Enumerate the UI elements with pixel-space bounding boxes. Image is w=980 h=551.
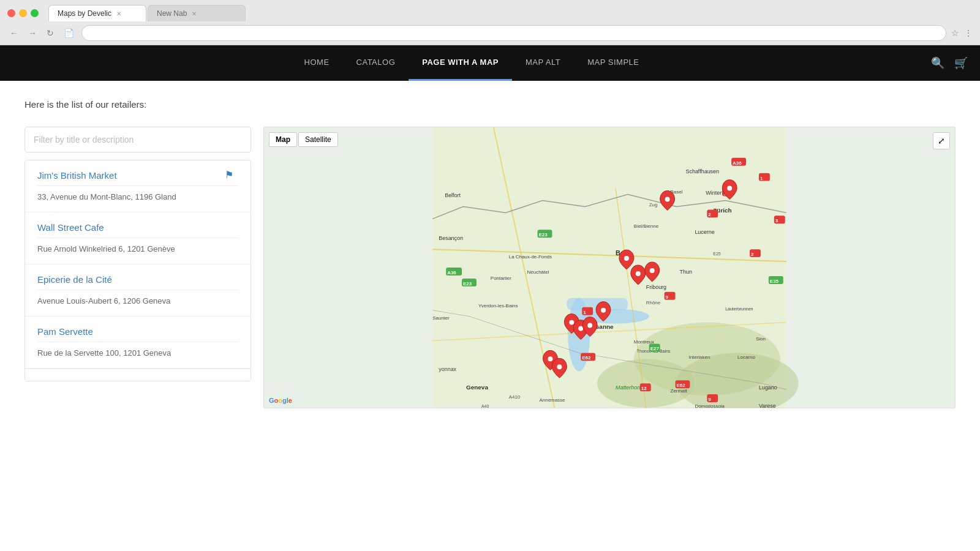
google-logo: Google — [269, 397, 292, 404]
svg-text:E62: E62 — [677, 383, 686, 388]
svg-text:2: 2 — [751, 252, 754, 257]
page-description: Here is the list of our retailers: — [24, 99, 956, 110]
sidebar: ⚑ Jim's British Market 33, Avenue du Mon… — [24, 127, 251, 408]
svg-text:9: 9 — [708, 397, 711, 402]
menu-icon[interactable]: ⋮ — [964, 28, 973, 38]
back-button[interactable]: ← — [7, 27, 21, 39]
svg-text:A410: A410 — [509, 394, 521, 400]
svg-text:Interlaken: Interlaken — [688, 354, 710, 360]
page-icon: 📄 — [61, 27, 77, 39]
nav-home[interactable]: HOME — [291, 45, 343, 81]
svg-text:A36: A36 — [733, 160, 742, 166]
retailer-address: Avenue Louis-Aubert 6, 1206 Geneva — [37, 296, 170, 305]
map-expand-button[interactable]: ⤢ — [933, 132, 950, 149]
svg-text:Matterhorn: Matterhorn — [616, 384, 642, 391]
svg-text:Lucerne: Lucerne — [695, 229, 714, 235]
retailer-name[interactable]: Epicerie de la Cité — [37, 274, 238, 285]
nav-catalog[interactable]: CATALOG — [343, 45, 409, 81]
tab-label: New Nab — [157, 9, 187, 18]
address-bar[interactable] — [81, 25, 946, 41]
svg-text:Thun: Thun — [680, 269, 692, 275]
svg-text:2: 2 — [708, 212, 711, 217]
retailer-address: Rue Arnold Winkelried 6, 1201 Genève — [37, 244, 175, 253]
svg-point-86 — [650, 268, 655, 273]
svg-text:Locarno: Locarno — [737, 354, 755, 360]
svg-text:Neuchâtel: Neuchâtel — [527, 269, 549, 275]
svg-text:1: 1 — [760, 176, 763, 181]
retailer-address: 33, Avenue du Mont-Blanc, 1196 Gland — [37, 192, 176, 201]
browser-chrome: Maps by Develic ✕ New Nab ✕ ← → ↻ 📄 ☆ ⋮ — [0, 0, 980, 45]
tab-new-nab[interactable]: New Nab ✕ — [148, 5, 246, 21]
retailer-name[interactable]: Jim's British Market — [37, 170, 238, 181]
retailer-divider — [37, 290, 238, 290]
filter-input[interactable] — [24, 127, 251, 152]
retailer-address: Rue de la Servette 100, 1201 Geneva — [37, 348, 171, 358]
svg-text:Besançon: Besançon — [439, 235, 463, 241]
map-tab-button[interactable]: Map — [269, 132, 297, 147]
maximize-button[interactable] — [31, 9, 39, 17]
svg-point-92 — [557, 364, 562, 369]
svg-text:Zermatt: Zermatt — [671, 388, 688, 394]
reload-button[interactable]: ↻ — [44, 27, 56, 39]
forward-button[interactable]: → — [26, 27, 39, 39]
svg-text:Chamonix: Chamonix — [551, 407, 571, 408]
svg-text:Lauterbrunnen: Lauterbrunnen — [725, 307, 753, 311]
nav-links: HOME CATALOG PAGE WITH A MAP MAP ALT MAP… — [12, 45, 931, 81]
retailer-item: Pam Servette Rue de la Servette 100, 120… — [25, 317, 251, 369]
svg-text:3: 3 — [775, 218, 778, 223]
browser-titlebar: Maps by Develic ✕ New Nab ✕ — [0, 0, 980, 21]
page-content: Here is the list of our retailers: ⚑ Jim… — [0, 81, 980, 551]
svg-text:Zug: Zug — [649, 202, 658, 208]
cart-icon[interactable]: 🛒 — [954, 56, 968, 70]
svg-point-83 — [665, 197, 670, 202]
svg-text:Biel/Bienne: Biel/Bienne — [634, 223, 659, 229]
tab-close-icon[interactable]: ✕ — [192, 10, 197, 17]
svg-point-87 — [569, 320, 574, 325]
map-container[interactable]: Map Satellite ⤢ — [263, 127, 956, 408]
svg-point-90 — [601, 308, 606, 313]
svg-text:Saunier: Saunier — [432, 315, 450, 321]
retailer-divider — [37, 238, 238, 238]
search-icon[interactable]: 🔍 — [931, 56, 944, 70]
svg-text:E27: E27 — [650, 346, 660, 351]
svg-text:Yverdon-les-Bains: Yverdon-les-Bains — [478, 303, 518, 309]
svg-text:Lugano: Lugano — [759, 384, 777, 391]
nav-icons: 🔍 🛒 — [931, 56, 968, 70]
svg-text:E62: E62 — [582, 355, 591, 361]
retailer-item: Epicerie de la Cité Avenue Louis-Aubert … — [25, 264, 251, 317]
svg-text:Geneva: Geneva — [466, 384, 488, 391]
svg-text:Sion: Sion — [756, 336, 766, 342]
nav-page-with-map[interactable]: PAGE WITH A MAP — [409, 45, 512, 81]
satellite-tab-button[interactable]: Satellite — [298, 132, 338, 147]
minimize-button[interactable] — [19, 9, 27, 17]
map-controls: Map Satellite — [269, 132, 338, 147]
retailer-list: ⚑ Jim's British Market 33, Avenue du Mon… — [24, 160, 251, 381]
svg-text:9: 9 — [666, 294, 669, 300]
svg-text:A36: A36 — [447, 270, 456, 276]
app-nav: HOME CATALOG PAGE WITH A MAP MAP ALT MAP… — [0, 45, 980, 81]
svg-text:12: 12 — [641, 386, 647, 391]
retailer-item: ⚑ Jim's British Market 33, Avenue du Mon… — [25, 160, 251, 212]
svg-text:E23: E23 — [539, 232, 548, 238]
svg-text:E25: E25 — [713, 252, 721, 256]
svg-point-91 — [548, 356, 552, 361]
bookmark-star-icon[interactable]: ☆ — [951, 28, 959, 38]
bookmark-icon[interactable]: ⚑ — [225, 169, 233, 181]
retailer-divider — [37, 342, 238, 342]
nav-map-alt[interactable]: MAP ALT — [512, 45, 574, 81]
tab-maps-by-develic[interactable]: Maps by Develic ✕ — [48, 5, 146, 21]
nav-map-simple[interactable]: MAP SIMPLE — [574, 45, 652, 81]
tab-close-icon[interactable]: ✕ — [116, 10, 121, 17]
retailer-name[interactable]: Wall Street Cafe — [37, 222, 238, 233]
svg-text:Rhône: Rhône — [646, 300, 661, 305]
retailer-divider — [37, 186, 238, 186]
main-layout: ⚑ Jim's British Market 33, Avenue du Mon… — [24, 127, 956, 408]
tabs-bar: Maps by Develic ✕ New Nab ✕ — [48, 5, 246, 21]
svg-point-89 — [587, 323, 592, 328]
retailer-name[interactable]: Pam Servette — [37, 326, 238, 337]
svg-text:Varese: Varese — [759, 403, 776, 408]
list-overflow-indicator — [25, 369, 251, 381]
close-button[interactable] — [7, 9, 15, 17]
svg-text:Schaffhausen: Schaffhausen — [685, 168, 719, 174]
svg-point-82 — [727, 186, 732, 191]
